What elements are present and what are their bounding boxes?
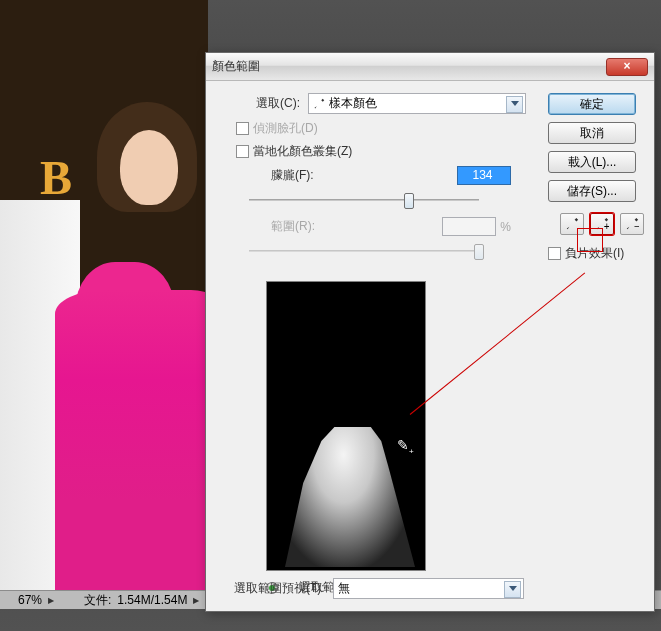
svg-text:+: + bbox=[604, 220, 609, 231]
preview-mode-value: 無 bbox=[338, 580, 350, 597]
fuzziness-label: 朦朧(F): bbox=[271, 167, 314, 184]
fuzziness-thumb[interactable] bbox=[404, 193, 414, 209]
localized-checkbox[interactable] bbox=[236, 145, 249, 158]
document-photo: B bbox=[0, 0, 208, 590]
color-range-dialog: 顏色範圍 × 選取(C): 樣本顏色 偵測臉孔(D) 當地化顏色叢集(Z) 朦朧… bbox=[205, 52, 655, 612]
select-value: 樣本顏色 bbox=[329, 95, 377, 112]
range-thumb bbox=[474, 244, 484, 260]
eyedropper-cursor-icon: ✎+ bbox=[397, 437, 414, 456]
preview-mode-dropdown[interactable]: 無 bbox=[333, 578, 524, 599]
svg-text:−: − bbox=[634, 220, 639, 231]
invert-checkbox[interactable] bbox=[548, 247, 561, 260]
select-label: 選取(C): bbox=[256, 95, 300, 112]
photo-subject bbox=[85, 100, 195, 240]
range-input bbox=[442, 217, 496, 236]
close-icon: × bbox=[623, 59, 630, 73]
annotation-highlight-box bbox=[577, 228, 603, 252]
dialog-title: 顏色範圍 bbox=[212, 58, 606, 75]
select-dropdown[interactable]: 樣本顏色 bbox=[308, 93, 526, 114]
preview-mode-label: 選取範圍預視(T): bbox=[234, 580, 325, 597]
file-size-label: 文件: bbox=[84, 592, 111, 609]
close-button[interactable]: × bbox=[606, 58, 648, 76]
eyedropper-icon bbox=[313, 98, 325, 110]
preview-selection-shape bbox=[285, 427, 415, 567]
selection-preview[interactable]: ✎+ bbox=[266, 281, 426, 571]
fuzziness-input[interactable]: 134 bbox=[457, 166, 511, 185]
photo-dress bbox=[55, 290, 208, 590]
range-slider bbox=[249, 242, 479, 260]
file-dropdown-icon[interactable]: ▶ bbox=[193, 596, 199, 605]
file-size-value: 1.54M/1.54M bbox=[117, 593, 187, 607]
cancel-button[interactable]: 取消 bbox=[548, 122, 636, 144]
ok-button[interactable]: 確定 bbox=[548, 93, 636, 115]
dialog-titlebar[interactable]: 顏色範圍 × bbox=[206, 53, 654, 81]
zoom-dropdown-icon[interactable]: ▶ bbox=[48, 596, 54, 605]
range-label: 範圍(R): bbox=[271, 218, 315, 235]
range-unit: % bbox=[500, 220, 511, 234]
detect-faces-label: 偵測臉孔(D) bbox=[253, 120, 318, 137]
localized-label: 當地化顏色叢集(Z) bbox=[253, 143, 352, 160]
fuzziness-slider[interactable] bbox=[249, 191, 479, 209]
eyedropper-subtract-tool[interactable]: − bbox=[620, 213, 644, 235]
detect-faces-checkbox[interactable] bbox=[236, 122, 249, 135]
load-button[interactable]: 載入(L)... bbox=[548, 151, 636, 173]
save-button[interactable]: 儲存(S)... bbox=[548, 180, 636, 202]
zoom-percent: 67% bbox=[6, 593, 42, 607]
photo-letter: B bbox=[40, 150, 72, 205]
